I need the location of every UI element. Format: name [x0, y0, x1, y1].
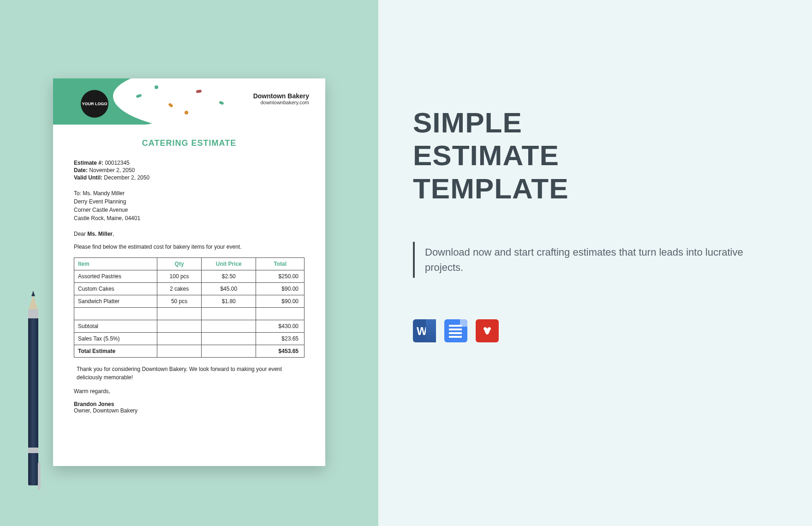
preview-panel: YOUR LOGO Downtown Bakery downtownbakery…: [0, 0, 378, 526]
signer-name: Brandon Jones: [74, 401, 304, 407]
document-body: CATERING ESTIMATE Estimate #: 00012345 D…: [53, 125, 325, 423]
table-row-empty: [74, 308, 304, 320]
document-title: CATERING ESTIMATE: [74, 138, 304, 148]
signer-block: Brandon Jones Owner, Downtown Bakery: [74, 401, 304, 414]
table-row: Sandwich Platter 50 pcs $1.80 $90.00: [74, 295, 304, 308]
google-docs-icon[interactable]: [444, 319, 467, 342]
table-row: Custom Cakes 2 cakes $45.00 $90.00: [74, 283, 304, 295]
subtotal-row: Subtotal $430.00: [74, 320, 304, 333]
word-icon[interactable]: [413, 319, 436, 342]
date-label: Date:: [74, 167, 88, 173]
date-value: November 2, 2050: [89, 167, 135, 173]
total-row: Total Estimate $453.65: [74, 345, 304, 358]
estimate-number-label: Estimate #:: [74, 160, 103, 166]
info-panel: SIMPLE ESTIMATE TEMPLATE Download now an…: [378, 0, 812, 526]
closing-text: Warm regards,: [74, 388, 304, 394]
to-line-2: Derry Event Planning: [74, 197, 304, 206]
estimate-number-value: 00012345: [105, 160, 129, 166]
intro-text: Please find below the estimated cost for…: [74, 244, 304, 250]
company-info: Downtown Bakery downtownbakery.com: [253, 92, 309, 105]
col-item: Item: [74, 258, 157, 270]
items-table: Item Qty Unit Price Total Assorted Pastr…: [74, 257, 304, 358]
table-header-row: Item Qty Unit Price Total: [74, 258, 304, 270]
document-header: YOUR LOGO Downtown Bakery downtownbakery…: [53, 78, 325, 125]
format-icons: [413, 319, 780, 342]
to-line-3: Corner Castle Avenue: [74, 206, 304, 214]
pdf-icon[interactable]: [476, 319, 499, 342]
pen-decoration: [27, 295, 40, 494]
tagline-text: Download now and start crafting estimate…: [425, 245, 757, 275]
tagline-block: Download now and start crafting estimate…: [413, 242, 780, 278]
thank-you-text: Thank you for considering Downtown Baker…: [74, 365, 304, 382]
logo-placeholder: YOUR LOGO: [81, 90, 108, 118]
page-title: SIMPLE ESTIMATE TEMPLATE: [413, 106, 780, 205]
col-total: Total: [256, 258, 304, 270]
to-line-1: To: Ms. Mandy Miller: [74, 189, 304, 197]
page-container: YOUR LOGO Downtown Bakery downtownbakery…: [0, 0, 812, 526]
col-unit-price: Unit Price: [202, 258, 256, 270]
table-row: Assorted Pastries 100 pcs $2.50 $250.00: [74, 270, 304, 283]
to-line-4: Castle Rock, Maine, 04401: [74, 214, 304, 222]
company-url: downtownbakery.com: [253, 100, 309, 105]
col-qty: Qty: [157, 258, 202, 270]
document-preview: YOUR LOGO Downtown Bakery downtownbakery…: [53, 78, 325, 466]
company-name: Downtown Bakery: [253, 92, 309, 100]
tax-row: Sales Tax (5.5%) $23.65: [74, 333, 304, 345]
salutation: Dear Ms. Miller,: [74, 231, 304, 237]
signer-title: Owner, Downtown Bakery: [74, 407, 304, 414]
recipient-block: To: Ms. Mandy Miller Derry Event Plannin…: [74, 189, 304, 222]
valid-until-label: Valid Until:: [74, 174, 102, 181]
valid-until-value: December 2, 2050: [104, 174, 149, 181]
